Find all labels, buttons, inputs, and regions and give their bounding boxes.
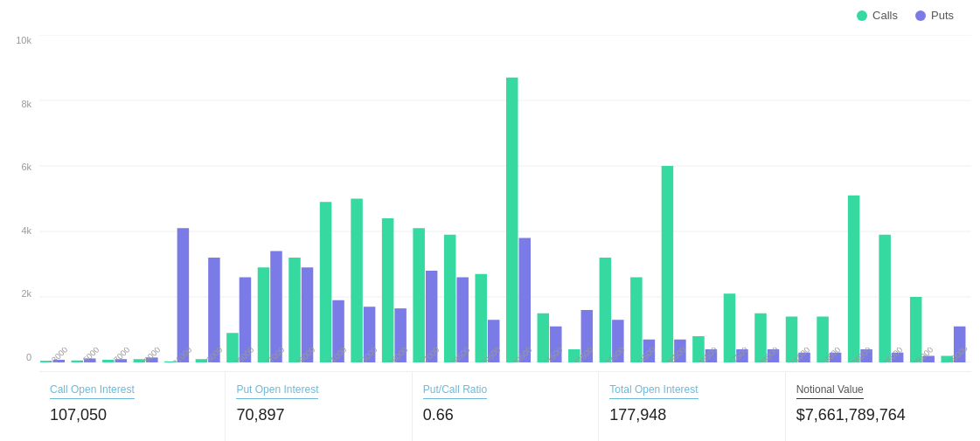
call-bar[interactable] bbox=[413, 228, 425, 362]
legend-puts: Puts bbox=[915, 9, 954, 22]
call-bar[interactable] bbox=[506, 78, 518, 362]
calls-dot bbox=[857, 10, 867, 21]
chart-plot-area bbox=[39, 35, 971, 362]
x-label: 46500 bbox=[696, 348, 719, 362]
x-label: 13000 bbox=[46, 348, 69, 362]
stat-item-2: Put/Call Ratio0.66 bbox=[413, 372, 599, 441]
stat-value: $7,661,789,764 bbox=[796, 406, 961, 424]
x-label: 65000 bbox=[881, 348, 904, 362]
stat-label: Put/Call Ratio bbox=[423, 383, 487, 399]
stat-label: Notional Value bbox=[796, 383, 864, 399]
call-bar[interactable] bbox=[662, 166, 674, 362]
x-label: 37000 bbox=[417, 348, 440, 362]
stat-label: Call Open Interest bbox=[50, 383, 135, 399]
x-label: 17000 bbox=[108, 348, 131, 362]
calls-label: Calls bbox=[872, 9, 898, 22]
put-bar[interactable] bbox=[177, 228, 190, 362]
x-label: 23000 bbox=[201, 348, 224, 362]
stat-label: Put Open Interest bbox=[236, 383, 318, 399]
stat-item-3: Total Open Interest177,948 bbox=[599, 372, 785, 441]
x-label: 75000 bbox=[912, 348, 935, 362]
stat-value: 177,948 bbox=[609, 406, 774, 424]
call-bar[interactable] bbox=[600, 258, 612, 362]
x-label: 29000 bbox=[294, 348, 316, 362]
x-label: 44500 bbox=[634, 348, 657, 362]
stat-item-4: Notional Value$7,661,789,764 bbox=[786, 372, 971, 441]
x-label: 53000 bbox=[819, 348, 842, 362]
stat-value: 0.66 bbox=[423, 406, 587, 424]
x-label: 27000 bbox=[263, 348, 286, 362]
x-label: 100000 bbox=[943, 348, 970, 362]
x-label: 42500 bbox=[572, 348, 594, 362]
call-bar[interactable] bbox=[382, 218, 394, 362]
puts-label: Puts bbox=[931, 9, 954, 22]
put-bar[interactable] bbox=[270, 252, 282, 363]
stat-item-1: Put Open Interest70,897 bbox=[226, 372, 412, 441]
stats-row: Call Open Interest107,050Put Open Intere… bbox=[39, 371, 971, 441]
put-bar[interactable] bbox=[208, 258, 220, 362]
x-label: 38500 bbox=[448, 348, 471, 362]
x-label: 19000 bbox=[139, 348, 162, 362]
x-label: 45500 bbox=[664, 348, 687, 362]
y-label-0: 0 bbox=[26, 352, 31, 362]
put-bar[interactable] bbox=[519, 238, 532, 363]
x-label: 41500 bbox=[541, 348, 564, 362]
stat-value: 107,050 bbox=[50, 406, 214, 424]
x-label: 49000 bbox=[757, 348, 780, 362]
x-label: 43500 bbox=[603, 348, 626, 362]
x-label: 39500 bbox=[479, 348, 502, 362]
chart-container: Calls Puts 10k 8k 6k 4k 2k 0 13000150001… bbox=[0, 0, 980, 441]
call-bar[interactable] bbox=[848, 196, 860, 362]
stat-value: 70,897 bbox=[236, 406, 400, 424]
bar-chart-svg bbox=[39, 35, 971, 362]
y-label-8k: 8k bbox=[21, 99, 31, 109]
y-axis: 10k 8k 6k 4k 2k 0 bbox=[0, 35, 37, 362]
x-label: 35000 bbox=[386, 348, 409, 362]
x-label: 40500 bbox=[510, 348, 532, 362]
y-label-10k: 10k bbox=[16, 35, 31, 45]
call-bar[interactable] bbox=[879, 235, 891, 362]
x-label: 51000 bbox=[789, 348, 811, 362]
x-label: 15000 bbox=[78, 348, 101, 362]
y-label-4k: 4k bbox=[21, 225, 31, 236]
y-label-2k: 2k bbox=[21, 288, 31, 299]
stat-item-0: Call Open Interest107,050 bbox=[39, 372, 226, 441]
x-label: 31000 bbox=[324, 348, 347, 362]
puts-dot bbox=[915, 10, 926, 21]
x-label: 33000 bbox=[356, 348, 379, 362]
x-label: 47500 bbox=[726, 348, 749, 362]
stat-label: Total Open Interest bbox=[609, 383, 698, 399]
call-bar[interactable] bbox=[351, 199, 363, 363]
legend-calls: Calls bbox=[857, 9, 898, 22]
y-label-6k: 6k bbox=[21, 162, 31, 172]
chart-legend: Calls Puts bbox=[857, 9, 954, 22]
call-bar[interactable] bbox=[288, 258, 301, 362]
x-label: 25000 bbox=[232, 348, 254, 362]
x-label: 55000 bbox=[850, 348, 872, 362]
call-bar[interactable] bbox=[320, 202, 332, 362]
x-axis: 1300015000170001900021000230002500027000… bbox=[39, 348, 971, 362]
x-label: 21000 bbox=[170, 348, 193, 362]
call-bar[interactable] bbox=[444, 235, 456, 362]
